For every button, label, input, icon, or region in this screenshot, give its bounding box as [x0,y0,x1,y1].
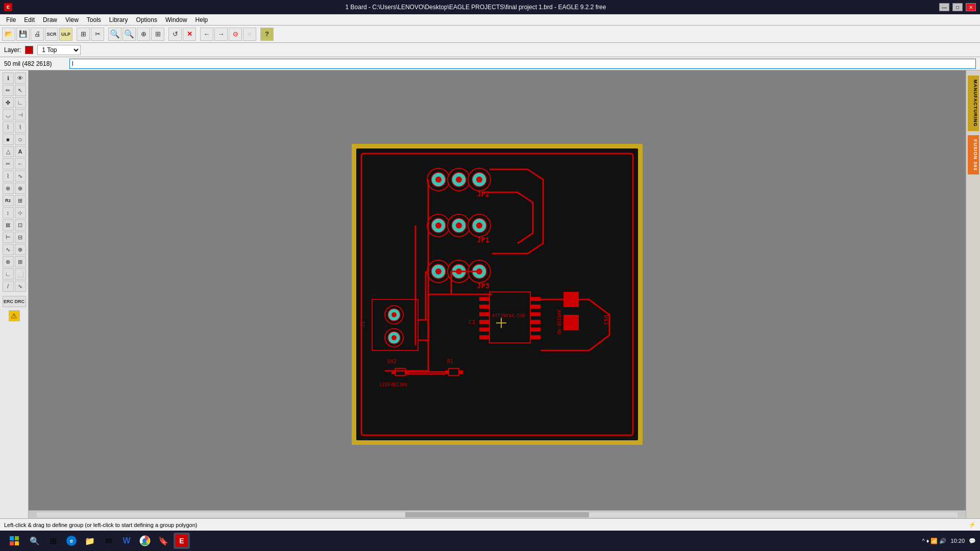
mirror-btn[interactable]: ↕ [3,207,14,218]
taskbar-left: 🔍 ⊞ e 📁 ✉ W 🔖 E [4,531,190,551]
search-taskbar[interactable]: 🔍 [27,533,43,549]
grid-btn[interactable]: ⊞ [15,195,26,206]
zoom-box[interactable]: ⊕ [137,28,150,41]
menu-help[interactable]: Help [191,15,212,24]
info-btn[interactable]: ℹ [3,72,14,84]
layer-color-box [25,46,33,54]
split-btn[interactable]: ← [15,158,26,169]
zoom-in-btn[interactable]: 🔍 [122,28,136,41]
trace-btn[interactable]: ⌇ [3,170,14,182]
opt-btn[interactable]: ⊟ [15,232,26,243]
line-btn[interactable]: / [3,281,14,292]
h-scroll-track [37,512,958,517]
coord-input[interactable] [69,59,976,69]
select-group[interactable]: ⊞ [77,28,90,41]
scissors-btn[interactable]: ✂ [3,158,14,169]
h-scrollbar[interactable] [29,510,966,518]
menu-options[interactable]: Options [132,15,161,24]
signal-btn[interactable]: ∿ [15,170,26,182]
line-measure[interactable]: ⊣ [15,109,26,120]
layer-select[interactable]: 1 Top 2 Route2 16 Bottom 17 Pads 18 Vias [37,45,81,55]
curve-btn[interactable]: ∿ [15,281,26,292]
erc-tool[interactable]: ERC DRC [3,296,26,307]
svg-rect-39 [530,297,541,301]
svg-point-21 [476,222,482,229]
chrome-taskbar[interactable] [137,533,153,549]
measure-btn[interactable]: ∟ [3,268,14,280]
eagle-logo: E [176,535,188,547]
menu-library[interactable]: Library [105,15,132,24]
back-btn[interactable]: ← [200,28,213,41]
close-button[interactable]: ✕ [966,3,976,11]
circle-solid-btn[interactable]: ● [3,134,14,145]
cancel-btn[interactable]: ✕ [183,28,196,41]
rz-btn[interactable]: Rz [3,195,14,206]
print-tool[interactable]: 🖨 [31,28,44,41]
menu-tools[interactable]: Tools [83,15,105,24]
ratsnest-btn[interactable]: ∿ [3,244,14,255]
ripup-btn[interactable]: ⊕ [15,244,26,255]
rotate-btn[interactable]: ⊹ [15,207,26,218]
left-toolbar: ℹ 👁 ✏ ↖ ✤ ∟ ◡ ⊣ ⌇ ⌇ ● ○ △ A ✂ ← [0,70,29,518]
main-area: ℹ 👁 ✏ ↖ ✤ ∟ ◡ ⊣ ⌇ ⌇ ● ○ △ A ✂ ← [0,70,980,518]
menu-edit[interactable]: Edit [20,15,39,24]
svg-text:LEDFAB1206: LEDFAB1206 [380,382,407,387]
zoom-out-btn[interactable]: 🔍 [108,28,121,41]
forward-btn[interactable]: → [214,28,228,41]
svg-point-55 [391,312,397,317]
mark-btn[interactable]: ⊢ [3,232,14,243]
empty-btn[interactable]: ○ [243,28,256,41]
save-tool[interactable]: 💾 [16,28,30,41]
wire-btn[interactable]: ⌇ [3,121,14,133]
taskview-taskbar[interactable]: ⊞ [45,533,61,549]
drill-btn[interactable]: ⊕ [3,256,14,267]
start-button[interactable] [4,531,24,551]
cross-move[interactable]: ✤ [3,97,14,108]
manufacturing-tab[interactable]: MANUFACTURING [968,76,979,131]
warning-btn[interactable]: ⚠ [9,310,20,321]
svg-rect-37 [479,328,489,332]
pad-btn[interactable]: ⊕ [3,183,14,194]
menu-view[interactable]: View [61,15,83,24]
open-tool[interactable]: 📂 [2,28,15,41]
arrow-select[interactable]: ↖ [15,85,26,96]
undo-btn[interactable]: ↺ [168,28,182,41]
menu-draw[interactable]: Draw [39,15,61,24]
mail-taskbar[interactable]: ✉ [100,533,116,549]
arc-btn[interactable]: ◡ [3,109,14,120]
explorer-taskbar[interactable]: 📁 [82,533,98,549]
notification-btn[interactable]: 💬 [969,538,976,544]
maximize-button[interactable]: □ [952,3,963,11]
minimize-button[interactable]: — [939,3,949,11]
cut-tool[interactable]: ✂ [91,28,104,41]
help-btn[interactable]: ? [260,28,274,41]
canvas-area[interactable]: JP2 JP1 JP3 [29,70,966,518]
stop-btn[interactable]: ⊝ [229,28,242,41]
h-scroll-thumb[interactable] [405,512,590,517]
circle-btn[interactable]: ○ [15,134,26,145]
text-btn[interactable]: A [15,146,26,157]
menu-window[interactable]: Window [161,15,191,24]
eye-btn[interactable]: 👁 [15,72,26,84]
fusion360-tab[interactable]: FUSION 360 [968,135,979,175]
system-icons: ^ ♦ 📶 🔊 [922,538,947,544]
word-taskbar[interactable]: W [118,533,135,549]
wire2-btn[interactable]: ⌇ [15,121,26,133]
angle-btn[interactable]: ∟ [15,97,26,108]
eagle-taskbar[interactable]: E [174,533,190,549]
pencil-btn[interactable]: ✏ [3,85,14,96]
script-tool[interactable]: SCR [45,28,58,41]
bookmark-taskbar[interactable]: 🔖 [155,533,172,549]
via-btn[interactable]: ⊕ [15,183,26,194]
group-btn[interactable]: ⊡ [15,219,26,231]
smash-btn[interactable]: ⊠ [3,219,14,231]
ulp-tool[interactable]: ULP [59,28,72,41]
svg-text:U$1: U$1 [603,315,609,325]
polygon-btn[interactable]: △ [3,146,14,157]
svg-rect-74 [15,541,19,545]
zoom-fit-btn[interactable]: ⊞ [151,28,164,41]
edge-taskbar[interactable]: e [63,533,80,549]
menu-file[interactable]: File [2,15,20,24]
dimension-btn[interactable]: ⊞ [15,256,26,267]
rect-btn[interactable]: ⬜ [15,268,26,280]
